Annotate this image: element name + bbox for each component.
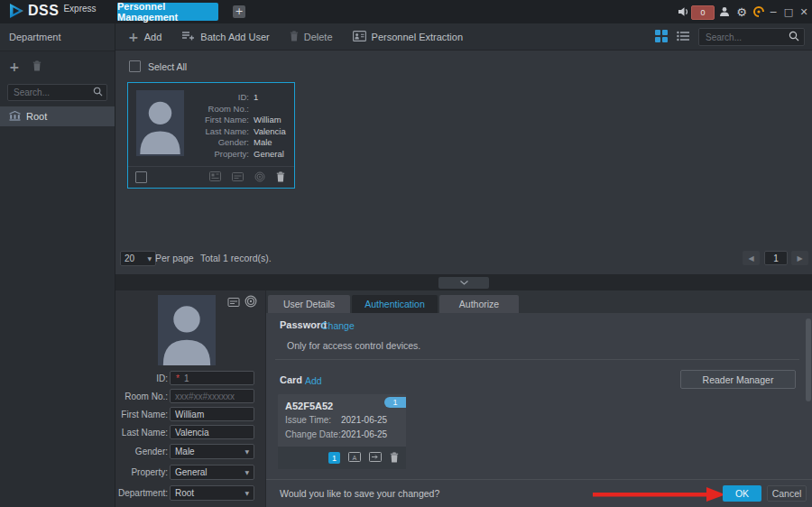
next-page-button[interactable]: ▶: [791, 251, 808, 265]
password-icon[interactable]: [227, 298, 240, 309]
logo-text-express: Express: [63, 4, 96, 14]
field-row: First Name:William: [184, 115, 289, 126]
personnel-search-input[interactable]: [704, 32, 789, 43]
sidebar-item-root[interactable]: Root: [0, 106, 115, 126]
reader-manager-button[interactable]: Reader Manager: [680, 370, 796, 389]
department-search[interactable]: [7, 84, 107, 101]
department-icon: [9, 111, 21, 123]
id-field[interactable]: *: [170, 371, 254, 385]
tab-authorize[interactable]: Authorize: [439, 295, 519, 313]
save-question: Would you like to save your changed?: [280, 488, 439, 499]
delete-label: Delete: [304, 32, 333, 42]
id-card-icon: [353, 31, 366, 43]
scrollbar[interactable]: [806, 318, 811, 401]
gender-select[interactable]: Male ▼: [170, 444, 254, 459]
delete-department-icon[interactable]: [32, 60, 42, 73]
personnel-toolbar: + Add Batch Add User Delete Personnel Ex…: [115, 23, 812, 51]
page-size-select[interactable]: 20 ▼: [120, 251, 156, 266]
department-select[interactable]: Root ▼: [170, 485, 254, 501]
tab-authentication[interactable]: Authentication: [352, 295, 438, 313]
password-icon[interactable]: [232, 172, 244, 183]
gender-label: Gender:: [115, 447, 168, 456]
delete-button[interactable]: Delete: [290, 31, 333, 43]
replace-card-icon[interactable]: [369, 452, 382, 464]
card-number: A52F5A52: [285, 401, 333, 411]
total-records-label: Total 1 record(s).: [200, 253, 272, 263]
close-icon[interactable]: ✕: [797, 5, 811, 19]
room-no-field[interactable]: [170, 389, 254, 403]
plus-icon: +: [128, 32, 139, 42]
delete-person-icon[interactable]: [276, 171, 285, 184]
first-name-label: First Name:: [115, 410, 168, 419]
detail-panel: User Details Authentication Authorize Pa…: [266, 290, 812, 507]
tab-user-details[interactable]: User Details: [268, 295, 350, 313]
change-date-label: Change Date:: [285, 429, 341, 439]
person-card[interactable]: ID:1 Room No.: First Name:William Last N…: [127, 82, 295, 189]
card-tile-footer: 1 A: [278, 447, 406, 469]
maximize-icon[interactable]: □: [781, 5, 796, 19]
issue-time-label: Issue Time:: [285, 415, 331, 425]
add-button[interactable]: + Add: [128, 32, 161, 42]
batch-add-label: Batch Add User: [200, 32, 269, 42]
id-input[interactable]: [171, 372, 254, 384]
settings-gear-icon[interactable]: ⚙: [734, 5, 749, 19]
first-name-input[interactable]: [171, 408, 254, 420]
room-no-input[interactable]: [171, 390, 254, 402]
person-checkbox[interactable]: [135, 171, 147, 183]
issue-time-value: 2021-06-25: [341, 415, 387, 425]
pagination-bar: 20 ▼ Per page Total 1 record(s). ◀ 1 ▶: [115, 251, 812, 267]
fingerprint-icon[interactable]: [254, 171, 265, 184]
chevron-down-icon: ▼: [147, 255, 152, 262]
ok-button[interactable]: OK: [723, 485, 761, 502]
save-footer: Would you like to save your changed? OK …: [266, 479, 812, 507]
delete-card-icon[interactable]: [390, 452, 399, 465]
change-password-link[interactable]: Change: [321, 320, 355, 331]
performance-gauge-icon[interactable]: [752, 5, 765, 19]
list-view-icon[interactable]: [677, 31, 689, 43]
prev-page-button[interactable]: ◀: [743, 251, 760, 265]
tab-personnel-management[interactable]: Personnel Management: [117, 3, 218, 21]
toolbar-right: [655, 23, 805, 51]
user-account-icon[interactable]: [718, 5, 731, 19]
department-search-input[interactable]: [12, 87, 93, 98]
person-card-footer: [128, 166, 294, 188]
minimize-icon[interactable]: −: [766, 5, 780, 19]
main-card-badge[interactable]: 1: [328, 452, 340, 464]
per-page-label: Per page: [155, 253, 194, 263]
prev-icon: ◀: [748, 254, 753, 263]
required-marker: *: [176, 375, 180, 383]
set-main-card-icon[interactable]: A: [348, 452, 361, 464]
property-select[interactable]: General ▼: [170, 465, 254, 480]
personnel-extraction-button[interactable]: Personnel Extraction: [353, 31, 464, 43]
alarm-sound-icon[interactable]: [677, 5, 691, 19]
field-row: Gender:Male: [184, 137, 289, 149]
batch-add-user-button[interactable]: Batch Add User: [181, 31, 269, 43]
first-name-field[interactable]: [170, 407, 254, 421]
access-card-icon[interactable]: [209, 171, 221, 183]
search-icon: [789, 31, 799, 43]
last-name-input[interactable]: [171, 426, 254, 438]
collapse-panel-button[interactable]: [438, 277, 489, 289]
new-tab-button[interactable]: +: [233, 5, 245, 18]
titlebar: DSS Express Personnel Management + 0 ⚙ −…: [0, 0, 812, 23]
grid-view-icon[interactable]: [655, 30, 668, 44]
add-card-link[interactable]: Add: [305, 375, 322, 386]
property-label: Property:: [115, 467, 168, 477]
personnel-list-area: Select All ID:1 Room No.: First Name:Wil…: [115, 51, 812, 274]
person-photo-large[interactable]: [158, 295, 216, 365]
chevron-down-icon: [460, 281, 468, 285]
batch-add-icon: [181, 31, 195, 43]
fingerprint-icon[interactable]: [245, 295, 257, 309]
authentication-tab-content: Password Change Only for access control …: [266, 313, 812, 479]
chevron-down-icon: ▼: [245, 469, 249, 475]
detail-tabs: User Details Authentication Authorize: [268, 295, 519, 313]
alarm-count-badge[interactable]: 0: [691, 5, 715, 20]
select-all-checkbox[interactable]: [129, 60, 141, 72]
cancel-button[interactable]: Cancel: [767, 485, 807, 502]
add-department-icon[interactable]: +: [9, 61, 20, 72]
last-name-field[interactable]: [170, 425, 254, 439]
trash-icon: [290, 31, 299, 43]
current-page-box[interactable]: 1: [764, 251, 788, 265]
personnel-search[interactable]: [698, 28, 805, 46]
person-card-fields: ID:1 Room No.: First Name:William Last N…: [184, 92, 289, 160]
